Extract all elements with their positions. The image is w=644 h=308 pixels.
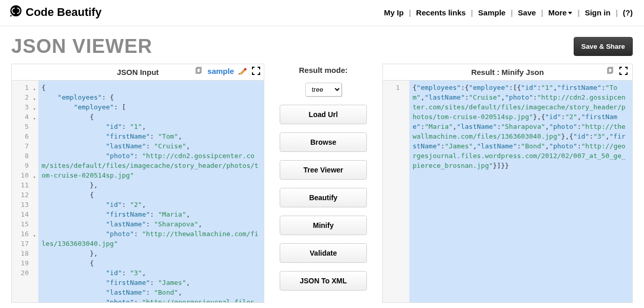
controls-panel: Result mode: tree Load Url Browse Tree V… <box>275 64 372 303</box>
result-panel: Result : Minify Json 1 {"employees":{"em… <box>382 64 633 303</box>
input-gutter: 1▾2▾3▾4▾5678910▾111213141516▾17181920 <box>12 81 38 302</box>
result-mode-select[interactable]: tree <box>305 83 342 97</box>
page-title: JSON VIEWER <box>11 35 152 57</box>
topbar: Code Beautify My Ip| Recents links| Samp… <box>0 0 644 26</box>
result-panel-head: Result : Minify Json <box>383 64 632 81</box>
validate-button[interactable]: Validate <box>280 243 367 263</box>
save-share-button[interactable]: Save & Share <box>574 37 633 56</box>
clear-icon[interactable] <box>238 66 247 75</box>
input-code[interactable]: { "employees": { "employee": [ { "id": "… <box>38 81 264 302</box>
result-mode-label: Result mode: <box>299 66 347 74</box>
input-editor[interactable]: 1▾2▾3▾4▾5678910▾111213141516▾17181920 { … <box>12 81 264 302</box>
json-to-xml-button[interactable]: JSON To XML <box>280 271 367 291</box>
copy-result-icon[interactable] <box>606 66 615 75</box>
svg-line-3 <box>239 73 240 74</box>
brand-text: Code Beautify <box>26 6 102 19</box>
brand-icon <box>9 4 23 21</box>
result-gutter: 1 <box>383 81 409 302</box>
fullscreen-result-icon[interactable] <box>619 66 628 75</box>
input-panel-head: JSON Input sample <box>12 64 264 81</box>
nav-sample[interactable]: Sample <box>478 8 505 17</box>
nav-signin[interactable]: Sign in <box>585 8 611 17</box>
result-line-number: 1 <box>383 83 409 92</box>
nav-save[interactable]: Save <box>518 8 536 17</box>
copy-icon[interactable] <box>194 66 203 75</box>
input-panel-title: JSON Input <box>117 68 159 76</box>
sample-link[interactable]: sample <box>207 67 234 75</box>
load-url-button[interactable]: Load Url <box>280 105 367 124</box>
brand[interactable]: Code Beautify <box>9 4 102 21</box>
nav-recents[interactable]: Recents links <box>416 8 466 17</box>
browse-button[interactable]: Browse <box>280 132 367 152</box>
nav-myip[interactable]: My Ip <box>384 8 403 17</box>
tree-viewer-button[interactable]: Tree Viewer <box>280 160 367 180</box>
page-header: JSON VIEWER Save & Share <box>0 26 644 64</box>
fullscreen-icon[interactable] <box>251 66 261 75</box>
minify-button[interactable]: Minify <box>280 216 367 235</box>
beautify-button[interactable]: Beautify <box>280 188 367 207</box>
result-panel-title: Result : Minify Json <box>471 68 544 76</box>
chevron-down-icon <box>568 12 572 14</box>
nav-more[interactable]: More <box>549 8 573 17</box>
nav-links: My Ip| Recents links| Sample| Save| More… <box>384 8 633 17</box>
result-code[interactable]: {"employees":{"employee":[{"id":"1","fir… <box>409 81 632 302</box>
nav-help[interactable]: (?) <box>623 8 633 17</box>
input-panel: JSON Input sample 1▾2▾3▾4▾5678910▾111213… <box>11 64 264 303</box>
result-editor[interactable]: 1 {"employees":{"employee":[{"id":"1","f… <box>383 81 632 302</box>
